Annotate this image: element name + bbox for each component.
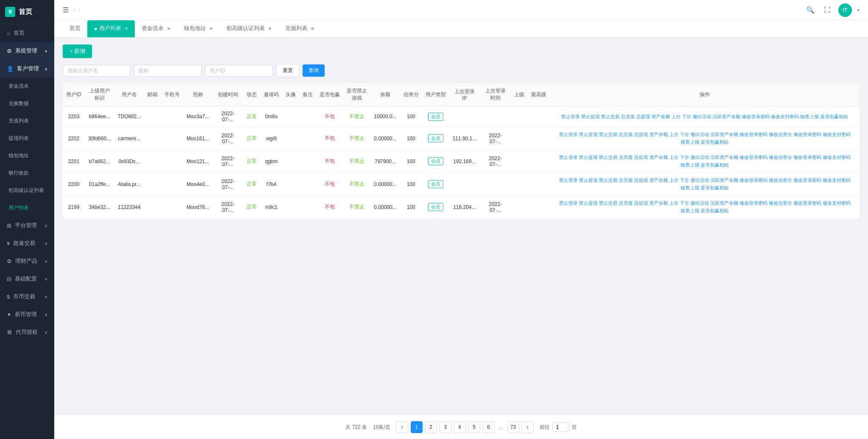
op-link[interactable]: 上分 bbox=[669, 154, 679, 161]
fullscreen-icon[interactable]: ⛶ bbox=[821, 4, 833, 16]
tab-funds[interactable]: 资金流水 ✕ bbox=[135, 20, 177, 37]
sidebar-item-exchange[interactable]: 兑换数据 bbox=[0, 95, 54, 112]
op-link[interactable]: 禁止提现 bbox=[579, 200, 598, 206]
sidebar-item-userlist[interactable]: 用户列表 bbox=[0, 199, 54, 217]
op-link[interactable]: 禁止交易 bbox=[599, 177, 618, 183]
tab-close-icon[interactable]: ✕ bbox=[268, 26, 272, 31]
sidebar-item-config[interactable]: ⊟ 基础配置 ∨ bbox=[0, 270, 54, 288]
op-link[interactable]: 活跃资产余额 bbox=[710, 200, 738, 206]
op-link[interactable]: 下分 bbox=[682, 114, 691, 120]
search-icon[interactable]: 🔍 bbox=[804, 4, 816, 16]
op-link[interactable]: 资产余额 bbox=[649, 177, 668, 183]
op-link[interactable]: 下分 bbox=[680, 154, 689, 161]
op-link[interactable]: 禁止登录 bbox=[559, 177, 578, 183]
op-link[interactable]: 禁止登录 bbox=[559, 200, 578, 206]
op-link[interactable]: 修改支付密码 bbox=[823, 131, 851, 138]
op-link[interactable]: 禁止交易 bbox=[599, 154, 618, 161]
page-3-button[interactable]: 3 bbox=[440, 421, 451, 433]
op-link[interactable]: 核查上报 bbox=[800, 114, 819, 120]
op-link[interactable]: 是否包赢初始 bbox=[701, 208, 729, 214]
op-link[interactable]: 撤出活动 bbox=[690, 154, 709, 161]
add-user-button[interactable]: + 新增 bbox=[63, 44, 92, 58]
page-6-button[interactable]: 6 bbox=[483, 421, 495, 433]
page-2-button[interactable]: 2 bbox=[425, 421, 437, 433]
op-link[interactable]: 下分 bbox=[680, 177, 689, 183]
sidebar-item-system[interactable]: ⚙ 系统管理 ∨ bbox=[0, 42, 54, 60]
tab-kyc[interactable]: 初高级认证列表 ✕ bbox=[220, 20, 278, 37]
op-link[interactable]: 修改支付密码 bbox=[823, 177, 851, 183]
op-link[interactable]: 上分 bbox=[671, 114, 681, 120]
dropdown-arrow[interactable]: ▾ bbox=[857, 7, 860, 13]
op-link[interactable]: 禁止登录 bbox=[559, 154, 578, 161]
search-nickname-input[interactable] bbox=[134, 65, 202, 77]
tab-wallet[interactable]: 钱包地址 ✕ bbox=[177, 20, 220, 37]
op-link[interactable]: 上分 bbox=[669, 177, 679, 183]
op-link[interactable]: 修改登录密码 bbox=[793, 177, 821, 183]
op-link[interactable]: 活跃资产余额 bbox=[710, 154, 738, 161]
op-link[interactable]: 修改登录密码 bbox=[793, 131, 821, 138]
op-link[interactable]: 是否包赢初始 bbox=[701, 162, 729, 168]
op-link[interactable]: 修改登录密码 bbox=[742, 114, 770, 120]
goto-page-input[interactable] bbox=[552, 422, 569, 432]
tab-userlist[interactable]: ● 用户列表 ✕ bbox=[87, 20, 135, 37]
op-link[interactable]: 禁止提现 bbox=[581, 114, 600, 120]
sidebar-item-home[interactable]: ⌂ 首页 bbox=[0, 24, 54, 42]
next-page-button[interactable]: › bbox=[522, 421, 534, 433]
op-link[interactable]: 撤出活动 bbox=[690, 177, 709, 183]
op-link[interactable]: 是否包赢初始 bbox=[701, 139, 729, 145]
op-link[interactable]: 总充值 bbox=[621, 114, 635, 120]
op-link[interactable]: 活跃资产余额 bbox=[712, 114, 740, 120]
op-link[interactable]: 修改登录密码 bbox=[740, 154, 768, 161]
op-link[interactable]: 禁止交易 bbox=[599, 200, 618, 206]
sidebar-item-bank[interactable]: 银行收款 bbox=[0, 164, 54, 182]
tab-close-icon[interactable]: ✕ bbox=[311, 26, 314, 31]
sidebar-item-kyc[interactable]: 初高级认证列表 bbox=[0, 182, 54, 199]
sidebar-item-level[interactable]: 提现列表 bbox=[0, 130, 54, 147]
op-link[interactable]: 禁止提现 bbox=[579, 177, 598, 183]
op-link[interactable]: 撤出活动 bbox=[690, 200, 709, 206]
op-link[interactable]: 上分 bbox=[669, 200, 679, 206]
op-link[interactable]: 撤出活动 bbox=[690, 131, 709, 138]
sidebar-item-platform[interactable]: ⊞ 平台管理 ∨ bbox=[0, 217, 54, 234]
page-1-button[interactable]: 1 bbox=[411, 421, 423, 433]
sidebar-item-quicktrade[interactable]: ¥ 急速交易 ∨ bbox=[0, 234, 54, 252]
avatar[interactable]: iT bbox=[838, 3, 852, 17]
op-link[interactable]: 修改支付密码 bbox=[771, 114, 799, 120]
op-link[interactable]: 核查上报 bbox=[681, 139, 699, 145]
last-page-button[interactable]: 73 bbox=[507, 421, 519, 433]
tab-recharge[interactable]: 充值列表 ✕ bbox=[278, 20, 321, 37]
op-link[interactable]: 修改支付密码 bbox=[823, 154, 851, 161]
op-link[interactable]: 修改登录密码 bbox=[740, 131, 768, 138]
op-link[interactable]: 总充值 bbox=[619, 154, 633, 161]
op-link[interactable]: 资产余额 bbox=[649, 200, 668, 206]
op-link[interactable]: 总提现 bbox=[634, 177, 648, 183]
prev-page-button[interactable]: ‹ bbox=[396, 421, 408, 433]
op-link[interactable]: 禁止提现 bbox=[579, 131, 598, 138]
sidebar-item-customer[interactable]: 👤 客户管理 ∧ bbox=[0, 60, 54, 78]
op-link[interactable]: 禁止登录 bbox=[561, 114, 580, 120]
op-link[interactable]: 撤出活动 bbox=[693, 114, 711, 120]
op-link[interactable]: 修改登录密码 bbox=[740, 177, 768, 183]
sidebar-item-currency[interactable]: $ 市币交易 ∨ bbox=[0, 288, 54, 306]
op-link[interactable]: 修改登录密码 bbox=[740, 200, 768, 206]
sidebar-item-finance[interactable]: ⚙ 理财产品 ∨ bbox=[0, 252, 54, 270]
op-link[interactable]: 活跃资产余额 bbox=[710, 177, 738, 183]
op-link[interactable]: 核查上报 bbox=[681, 162, 699, 168]
op-link[interactable]: 修改信誉分 bbox=[769, 154, 792, 161]
op-link[interactable]: 修改登录密码 bbox=[793, 154, 821, 161]
op-link[interactable]: 修改信誉分 bbox=[769, 131, 792, 138]
sidebar-item-proxy[interactable]: ⌘ 代币授权 ∨ bbox=[0, 323, 54, 341]
sidebar-item-wallet[interactable]: 钱包地址 bbox=[0, 147, 54, 164]
op-link[interactable]: 资产余额 bbox=[649, 154, 668, 161]
op-link[interactable]: 核查上报 bbox=[681, 185, 699, 191]
sidebar-item-funds[interactable]: 资金流水 bbox=[0, 78, 54, 95]
op-link[interactable]: 是否包赢初始 bbox=[820, 114, 848, 120]
tab-close-icon[interactable]: ✕ bbox=[209, 26, 213, 31]
op-link[interactable]: 下分 bbox=[680, 131, 689, 138]
op-link[interactable]: 总提现 bbox=[634, 154, 648, 161]
op-link[interactable]: 总提现 bbox=[634, 200, 648, 206]
op-link[interactable]: 总充值 bbox=[619, 200, 633, 206]
page-size-selector[interactable]: 10条/页 bbox=[373, 424, 390, 431]
op-link[interactable]: 是否包赢初始 bbox=[701, 185, 729, 191]
reset-button[interactable]: 重置 bbox=[276, 64, 299, 77]
